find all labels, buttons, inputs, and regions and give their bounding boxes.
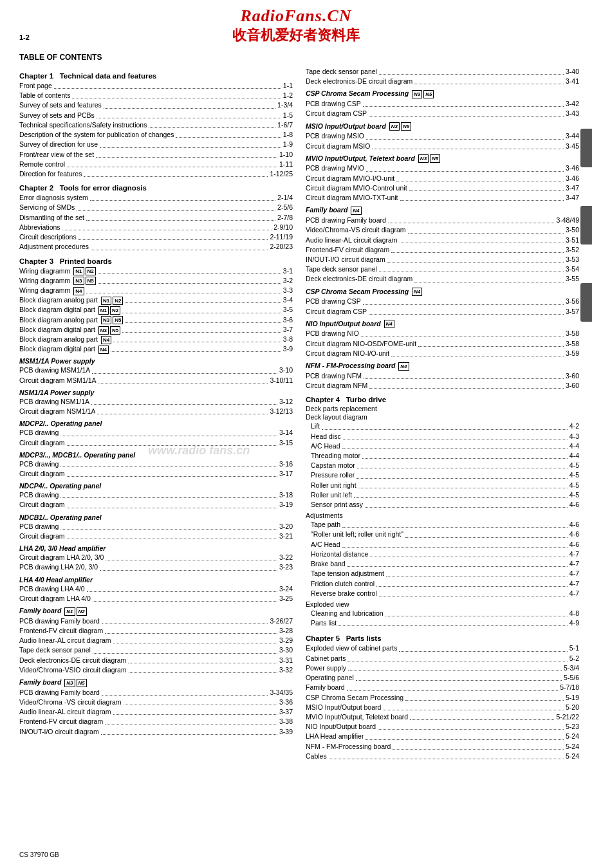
chapter4-heading: Chapter 4 Turbo drive (306, 396, 579, 403)
toc-entry: Frontend-FV circuit diagram3-28 (19, 626, 293, 636)
deck-parts-label: Deck parts replacement (306, 405, 579, 412)
toc-entry: PCB drawing Family board3-48/49 (306, 216, 579, 225)
toc-entry: "Roller unit left; roller unit right"4-6 (306, 530, 579, 539)
toc-entry: PCB drawing CSP3-56 (306, 297, 579, 306)
toc-entry: Video/Chroma -VS circuit diagram3-36 (19, 697, 293, 707)
toc-entry: Video/Chroma-VS circuit diagram3-50 (306, 225, 579, 235)
toc-entry: Circuit diagram MVIO-Control unit3-47 (306, 183, 579, 193)
toc-entry: Tape deck sensor panel3-54 (306, 264, 579, 274)
toc-entry: MSIO Input/Output board5-20 (306, 703, 579, 712)
toc-entry: PCB drawing3-18 (19, 490, 293, 500)
toc-entry: Circuit diagram3-15 (19, 438, 293, 448)
subsection-ndcp4: NDCP4/.. Operating panel (19, 482, 293, 490)
content-area: Chapter 1 Technical data and features Fr… (0, 67, 592, 774)
toc-entry: Servicing of SMDs2-5/6 (19, 203, 293, 212)
toc-entry: Horizontal distance4-7 (306, 549, 579, 559)
toc-entry: Adjustment procedures2-20/23 (19, 242, 293, 252)
deck-layout-label: Deck layout diagram (306, 413, 579, 421)
toc-entry: PCB drawing LHA 4/03-24 (19, 584, 293, 594)
toc-entry: Parts list4-9 (306, 618, 579, 628)
toc-entry: Deck electronics-DE circuit diagram3-31 (19, 656, 293, 665)
toc-entry: PCB drawing3-14 (19, 428, 293, 438)
footer: CS 37970 GB (19, 851, 59, 858)
toc-entry: PCB drawing NIO3-58 (306, 329, 579, 338)
toc-entry: Circuit diagram MVIO-TXT-unit3-47 (306, 193, 579, 203)
toc-entry: Audio linear-AL circuit diagram3-51 (306, 235, 579, 245)
toc-entry: Dismantling of the set2-7/8 (19, 213, 293, 223)
toc-entry: PCB drawing CSP3-42 (306, 99, 579, 109)
toc-entry: Cabinet parts5-2 (306, 654, 579, 663)
toc-entry: A/C Head4-6 (306, 540, 579, 549)
toc-entry: Video/Chroma-VSIO circuit diagram3-32 (19, 665, 293, 675)
toc-entry: Exploded view of cabinet parts5-1 (306, 643, 579, 653)
toc-entry: Survey of direction for use1-9 (19, 140, 293, 149)
toc-entry: PCB drawing3-20 (19, 522, 293, 531)
toc-entry: PCB drawing NSM1/1A3-12 (19, 397, 293, 407)
toc-entry: Survey of sets and PCBs1-5 (19, 111, 293, 120)
toc-entry: Brake band4-7 (306, 559, 579, 569)
subsection-lha230: LHA 2/0, 3/0 Head amplifier (19, 544, 293, 552)
toc-entry: Family board5-7/18 (306, 683, 579, 692)
toc-entry: Survey of sets and features1-3/4 (19, 100, 293, 110)
toc-entry: Deck electronics-DE circuit diagram3-41 (306, 77, 579, 86)
toc-entry: Circuit diagram3-19 (19, 500, 293, 510)
subsection-family-n4: Family board N4 (306, 206, 579, 215)
toc-entry: PCB drawing MSIO3-44 (306, 131, 579, 141)
tab-1 (580, 129, 592, 167)
toc-entry: Circuit diagram CSP3-57 (306, 307, 579, 317)
chapter3-heading: Chapter 3 Printed boards (19, 257, 293, 265)
toc-entry: Error diagnosis system2-1/4 (19, 193, 293, 203)
page: RadioFans.CN 收音机爱好者资料库 1-2 www.radio fan… (0, 0, 592, 868)
subsection-mdcp2: MDCP2/.. Operating panel (19, 420, 293, 427)
toc-entry: Power supply5-3/4 (306, 663, 579, 673)
toc-entry: Lift4-2 (306, 421, 579, 431)
toc-entry: Wiring diagramm N1N23-1 (19, 266, 293, 276)
toc-entry: Block diagram analog part N1N23-4 (19, 295, 293, 305)
subsection-csp-n3n5: CSP Chroma Secam Processing N3N5 (306, 89, 579, 98)
toc-entry: Frontend-FV circuit diagram3-52 (306, 245, 579, 255)
subsection-nsm: NSM1/1A Power supply (19, 389, 293, 396)
toc-entry: NIO Input/Output board5-23 (306, 722, 579, 732)
page-number: 1-2 (19, 33, 30, 41)
toc-entry: Wiring diagramm N3N53-2 (19, 276, 293, 286)
toc-entry: Sensor print assy4-6 (306, 500, 579, 510)
toc-title: TABLE OF CONTENTS (19, 53, 573, 62)
chapter1-heading: Chapter 1 Technical data and features (19, 72, 293, 80)
header-title: RadioFans.CN (0, 6, 592, 26)
toc-entry: Circuit diagram MSIO3-45 (306, 142, 579, 151)
toc-entry: NFM - FM-Processing board5-24 (306, 742, 579, 752)
subsection-msm: MSM1/1A Power supply (19, 357, 293, 365)
tab-2 (580, 206, 592, 245)
toc-entry: Cables5-24 (306, 752, 579, 761)
toc-entry: PCB drawing Family board3-34/35 (19, 688, 293, 697)
adjustments-label: Adjustments (306, 512, 579, 519)
toc-entry: Circuit diagram NIO-I/O-unit3-59 (306, 349, 579, 358)
left-column: Chapter 1 Technical data and features Fr… (19, 67, 293, 761)
right-column: Tape deck sensor panel3-40 Deck electron… (306, 67, 579, 761)
toc-entry: Table of contents1-2 (19, 91, 293, 100)
toc-entry: Operating panel5-5/6 (306, 673, 579, 683)
subsection-msio: MSIO Input/Output board N3N5 (306, 122, 579, 131)
toc-entry: Roller unit right4-5 (306, 481, 579, 490)
toc-entry: Block diagram digital part N3N53-7 (19, 325, 293, 335)
header-subtitle: 收音机爱好者资料库 (0, 26, 592, 45)
subsection-nfm: NFM - FM-Processing board N4 (306, 362, 579, 371)
exploded-view-label: Exploded view (306, 600, 579, 608)
toc-entry: Circuit diagram NFM3-60 (306, 381, 579, 391)
right-tabs (580, 129, 592, 322)
toc-entry: Circuit diagram MVIO-I/O-unit3-46 (306, 174, 579, 183)
header: RadioFans.CN 收音机爱好者资料库 (0, 0, 592, 48)
subsection-nio: NIO Input/Output board N4 (306, 320, 579, 329)
subsection-ndcb1: NDCB1/.. Operating panel (19, 513, 293, 521)
toc-entry: Circuit diagram3-21 (19, 531, 293, 541)
toc-entry: Reverse brake control4-7 (306, 589, 579, 598)
toc-entry: Cleaning and lubrication4-8 (306, 609, 579, 618)
toc-entry: Front/rear view of the set1-10 (19, 150, 293, 160)
toc-entry: Block diagram digital part N1N23-5 (19, 305, 293, 315)
toc-entry: Roller unit left4-5 (306, 490, 579, 500)
toc-entry: PCB drawing LHA 2/0, 3/03-23 (19, 562, 293, 572)
toc-entry: Head disc4-3 (306, 432, 579, 441)
toc-entry: PCB drawing MSM1/1A3-10 (19, 365, 293, 375)
tab-3 (580, 283, 592, 322)
toc-entry: Audio linear-AL circuit diagram3-29 (19, 636, 293, 645)
